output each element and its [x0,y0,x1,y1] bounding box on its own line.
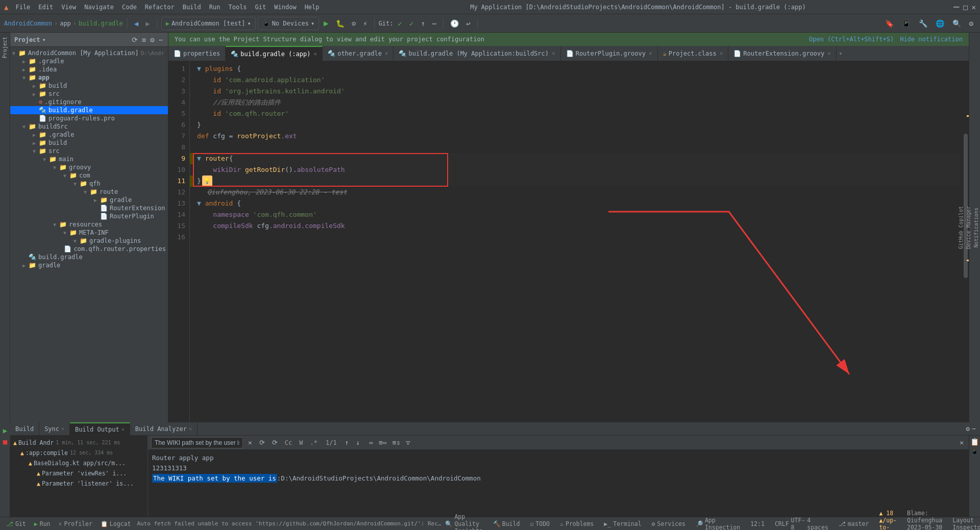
bottom-tab-sync[interactable]: Sync ✕ [39,422,70,435]
menu-edit[interactable]: Edit [35,3,56,12]
status-run-btn[interactable]: ▶ Run [32,519,53,528]
status-terminal-btn[interactable]: ▶_ Terminal [602,519,643,528]
menu-file[interactable]: File [12,3,33,12]
panel-sync-icon[interactable]: ⟳ [131,35,139,45]
bottom-tab-build-analyzer-close[interactable]: ✕ [189,426,192,432]
config-dropdown[interactable]: ▶ AndroidCommon [test] ▾ [161,17,256,30]
menu-refactor[interactable]: Refactor [142,3,178,12]
run-button[interactable]: ▶ [321,17,331,30]
left-play-icon[interactable]: ▶ [3,426,7,435]
left-stop-icon[interactable]: ■ [3,438,7,446]
right-tab-notifications[interactable]: Notifications [972,205,980,250]
nav-forward-button[interactable]: ▶ [143,18,152,29]
format-btn[interactable]: ≡⇔ [377,438,389,447]
tab-build-gradle-main[interactable]: 🔩 build.gradle (My Application:buildSrc)… [394,46,560,61]
tab-other-gradle[interactable]: 🔩 other.gradle ✕ [323,46,394,61]
tree-item-root-gradle[interactable]: ▶ 📁 gradle [10,261,168,269]
build-panel-close-btn[interactable]: ✕ [958,438,966,447]
tree-item-router-ext[interactable]: ▶ 📄 RouterExtension [10,204,168,212]
menu-help[interactable]: Help [302,3,323,12]
tree-item-buildsrc-gradle[interactable]: ▶ 📁 .gradle [10,131,168,139]
panel-settings-icon[interactable]: ⚙ [149,35,155,45]
git-commit-button[interactable]: ✓ [396,18,405,29]
tab-router-plugin[interactable]: 📄 RouterPlugin.groovy ✕ [561,46,658,61]
search-close-btn[interactable]: ✕ [246,438,254,447]
status-todo-btn[interactable]: ☑ TODO [528,519,552,528]
tab-project-class[interactable]: ☕ Project.class ✕ [658,46,729,61]
status-build-btn[interactable]: 🔨 Build [491,519,522,528]
tab-build-gradle-app[interactable]: 🔩 build.gradle (:app) ✕ [226,46,323,61]
translate-button[interactable]: 🌐 [933,18,947,29]
build-tree-listener[interactable]: ▲ Parameter 'listener' is... [12,478,145,489]
tree-item-buildsrc-src[interactable]: ▼ 📁 src [10,147,168,155]
menu-view[interactable]: View [58,3,79,12]
tab-project-class-close[interactable]: ✕ [720,50,723,57]
panel-collapse-icon[interactable]: ≡ [141,35,147,45]
notification-dismiss-button[interactable]: Hide notification [900,36,963,43]
bottom-tab-build-analyzer[interactable]: Build Analyzer ✕ [130,422,198,435]
tree-item-meta-inf[interactable]: ▼ 📁 META-INF [10,229,168,237]
breadcrumb-module[interactable]: app [60,20,71,27]
git-push-button[interactable]: ✓ [407,18,416,29]
tree-item-main[interactable]: ▼ 📁 main [10,155,168,163]
tree-item-buildsrc-build[interactable]: ▶ 📁 build [10,139,168,147]
tree-root[interactable]: ▼ 📁 AndroidCommon [My Application] D:\An… [10,49,168,57]
search-next-btn[interactable]: ⟳ [257,438,267,447]
project-dropdown-arrow[interactable]: ▾ [42,36,46,43]
word-btn[interactable]: W [299,439,303,446]
code-content[interactable]: ▼ plugins { id 'com.android.application' [193,61,964,245]
panel-close-icon[interactable]: − [158,35,164,45]
bottom-tab-build[interactable]: Build [10,422,39,435]
status-inspection-btn[interactable]: 🔎 App Inspection [694,516,742,531]
status-git-btn[interactable]: ⎇ Git [4,519,28,528]
status-layout-btn[interactable]: Layout Inspector [950,516,980,531]
search-everywhere-button[interactable]: 🔍 [950,18,964,29]
build-tree-root[interactable]: ▲ Build Andr 1 min, 11 sec, 221 ms [12,438,145,448]
tree-item-gitignore[interactable]: ▶ ⊙ .gitignore [10,98,168,106]
build-panel-icon-2[interactable]: 📱 [971,448,978,455]
tree-item-qfh[interactable]: ▼ 📁 qfh [10,180,168,188]
menu-build[interactable]: Build [180,3,204,12]
case-sensitive-btn[interactable]: Cc [285,439,292,446]
build-tree-basedialog[interactable]: ▲ BaseDialog.kt app/src/m... [12,458,145,468]
tabs-overflow-arrow[interactable]: ▾ [837,46,845,61]
soft-wrap-btn[interactable]: ⇔ [367,438,375,447]
console-fold-btn[interactable]: ≡⇕ [390,438,403,447]
sdk-button[interactable]: 🔧 [916,18,930,29]
status-profiler-btn[interactable]: ⚡ Profiler [57,519,94,528]
status-blame-btn[interactable]: Blame: Qiufenghua 2023-05-30 21:28 [905,509,944,531]
scroll-up-btn[interactable]: ↑ [343,438,351,447]
status-services-btn[interactable]: ⚙ Services [650,519,688,528]
maximize-button[interactable]: □ [963,3,967,11]
minimize-button[interactable]: ─ [953,2,959,12]
regex-btn[interactable]: .* [310,439,317,446]
build-search-input[interactable] [151,437,243,448]
bottom-tab-build-output-close[interactable]: ✕ [121,426,125,432]
bottom-tab-sync-close[interactable]: ✕ [61,426,64,432]
nav-back-button[interactable]: ◀ [132,18,141,29]
tree-item-com[interactable]: ▼ 📁 com [10,171,168,180]
tree-item-proguard[interactable]: ▶ 📄 proguard-rules.pro [10,114,168,122]
profile-button[interactable]: ⚡ [360,18,370,29]
status-encoding-btn[interactable]: CRLF UTF-8 4 spaces [773,516,830,531]
right-tab-device-manager[interactable]: Device Manager [965,203,972,252]
bookmark-button[interactable]: 🔖 [883,18,896,29]
status-cursor-btn[interactable]: 12:1 [748,519,767,528]
tree-item-root-build-gradle[interactable]: ▶ 🔩 build.gradle [10,253,168,261]
tree-item-buildsrc[interactable]: ▼ 📁 buildSrc [10,122,168,131]
tab-build-gradle-main-close[interactable]: ✕ [552,50,555,57]
tab-router-plugin-close[interactable]: ✕ [649,50,652,57]
tree-item-build[interactable]: ▶ 📁 build [10,82,168,90]
close-button[interactable]: ✕ [972,3,976,11]
tab-properties[interactable]: 📄 properties [168,46,226,61]
notification-open-button[interactable]: Open (Ctrl+Alt+Shift+S) [809,36,894,43]
status-warnings-btn[interactable]: ▲ 18 ▲/up-to-date [877,509,899,531]
status-problems-btn[interactable]: ⚠ Problems [558,519,596,528]
tab-router-ext[interactable]: 📄 RouterExtension.groovy ✕ [728,46,837,61]
history-button[interactable]: 🕐 [448,18,461,29]
tab-other-gradle-close[interactable]: ✕ [385,50,388,57]
build-tree-compile[interactable]: ▲ :app:compile 12 sec, 334 ms [12,448,145,458]
build-panel-icon-1[interactable]: 📋 [970,438,979,446]
tree-item-groovy[interactable]: ▼ 📁 groovy [10,163,168,171]
tab-build-gradle-app-close[interactable]: ✕ [314,51,317,57]
